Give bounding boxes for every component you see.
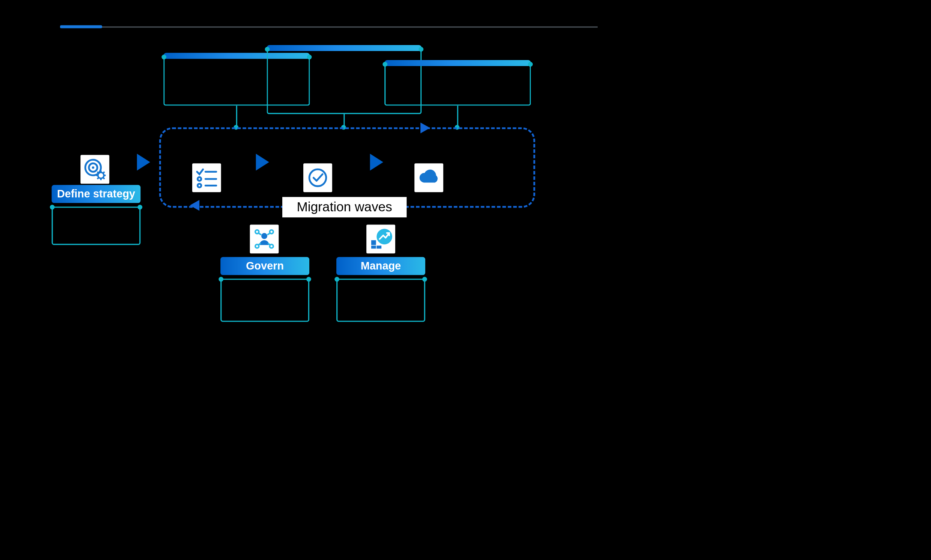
target-gear-icon <box>80 155 109 184</box>
migration-waves-label: Migration waves <box>282 197 406 217</box>
svg-line-14 <box>97 172 98 173</box>
dot-icon <box>219 277 223 282</box>
dot-icon <box>50 205 55 210</box>
define-strategy-pill: Define strategy <box>52 185 141 203</box>
svg-line-15 <box>103 178 105 179</box>
connector-line <box>457 106 459 126</box>
dot-icon <box>162 55 166 60</box>
govern-pill: Govern <box>220 257 309 275</box>
svg-point-18 <box>261 233 267 239</box>
svg-point-8 <box>92 166 94 169</box>
svg-rect-29 <box>377 245 382 248</box>
svg-line-24 <box>267 233 270 235</box>
dot-icon <box>422 277 427 282</box>
govern-box <box>220 278 309 322</box>
manage-label: Manage <box>361 260 401 272</box>
governance-people-icon <box>250 225 279 253</box>
manage-pill: Manage <box>336 257 425 275</box>
svg-rect-27 <box>371 240 376 245</box>
flow-arrow-icon <box>420 122 430 133</box>
svg-line-23 <box>258 233 261 235</box>
checklist-icon <box>192 163 221 192</box>
define-strategy-label: Define strategy <box>57 188 135 200</box>
svg-point-9 <box>98 172 104 178</box>
arrow-icon <box>256 154 269 171</box>
dot-icon <box>306 277 311 282</box>
svg-line-16 <box>97 178 98 179</box>
cloud-icon <box>414 163 443 192</box>
dot-icon <box>383 62 388 67</box>
define-strategy-box <box>52 206 141 245</box>
svg-rect-28 <box>371 245 376 248</box>
progress-fill <box>60 25 102 28</box>
manage-growth-icon <box>366 225 395 253</box>
svg-line-17 <box>103 172 105 173</box>
top-box-3 <box>385 65 531 106</box>
dot-icon <box>419 47 423 52</box>
flow-arrow-icon <box>190 200 200 211</box>
manage-box <box>336 278 425 322</box>
dot-icon <box>265 47 270 52</box>
dot-icon <box>137 205 142 210</box>
svg-point-3 <box>197 184 201 188</box>
arrow-icon <box>370 154 383 171</box>
arrow-icon <box>137 154 150 171</box>
checkmark-circle-icon <box>303 163 332 192</box>
progress-track <box>60 26 598 28</box>
govern-label: Govern <box>246 260 284 272</box>
top-box-2-cap <box>266 45 422 51</box>
svg-point-1 <box>197 177 201 181</box>
migration-waves-text: Migration waves <box>297 199 392 214</box>
connector-line <box>236 106 237 126</box>
dot-icon <box>334 277 339 282</box>
dot-icon <box>528 62 533 67</box>
top-box-3-cap <box>385 60 531 66</box>
svg-point-5 <box>309 169 326 186</box>
